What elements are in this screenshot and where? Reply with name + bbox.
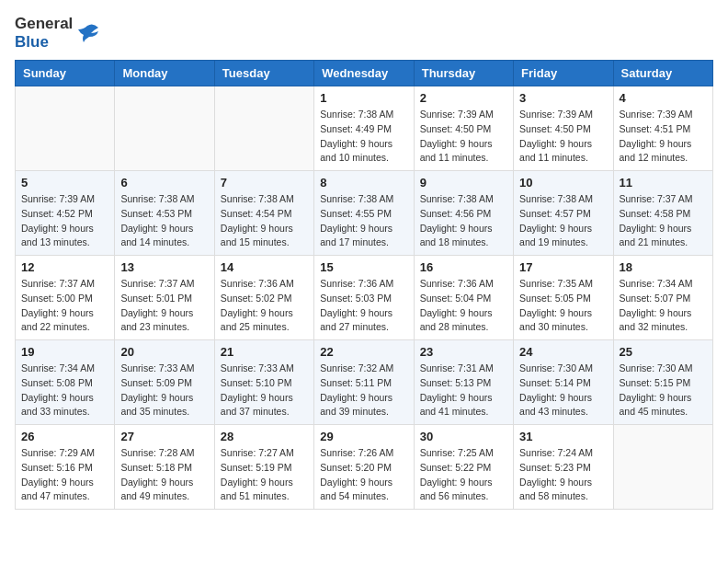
calendar-cell: 5Sunrise: 7:39 AMSunset: 4:52 PMDaylight… xyxy=(16,171,115,256)
calendar-cell xyxy=(613,425,712,510)
calendar-cell: 24Sunrise: 7:30 AMSunset: 5:14 PMDayligh… xyxy=(514,340,613,425)
day-number: 29 xyxy=(320,430,407,443)
day-info: Sunrise: 7:39 AMSunset: 4:50 PMDaylight:… xyxy=(420,108,507,166)
page-header: General Blue xyxy=(15,15,713,51)
day-info: Sunrise: 7:37 AMSunset: 5:00 PMDaylight:… xyxy=(21,277,108,335)
day-info: Sunrise: 7:36 AMSunset: 5:04 PMDaylight:… xyxy=(420,277,507,335)
calendar-cell: 6Sunrise: 7:38 AMSunset: 4:53 PMDaylight… xyxy=(115,171,214,256)
weekday-header-tuesday: Tuesday xyxy=(214,61,313,86)
day-number: 2 xyxy=(420,91,507,105)
day-info: Sunrise: 7:36 AMSunset: 5:02 PMDaylight:… xyxy=(221,277,308,335)
day-number: 5 xyxy=(21,176,108,190)
calendar-cell: 10Sunrise: 7:38 AMSunset: 4:57 PMDayligh… xyxy=(514,171,613,256)
day-number: 26 xyxy=(21,430,108,443)
calendar-cell: 21Sunrise: 7:33 AMSunset: 5:10 PMDayligh… xyxy=(214,340,313,425)
calendar-cell: 4Sunrise: 7:39 AMSunset: 4:51 PMDaylight… xyxy=(613,86,712,171)
day-info: Sunrise: 7:38 AMSunset: 4:55 PMDaylight:… xyxy=(320,192,407,250)
calendar-cell: 20Sunrise: 7:33 AMSunset: 5:09 PMDayligh… xyxy=(115,340,214,425)
calendar-cell: 7Sunrise: 7:38 AMSunset: 4:54 PMDaylight… xyxy=(214,171,313,256)
day-number: 11 xyxy=(620,176,707,190)
day-number: 9 xyxy=(420,176,507,190)
calendar-cell: 8Sunrise: 7:38 AMSunset: 4:55 PMDaylight… xyxy=(314,171,414,256)
calendar-cell: 15Sunrise: 7:36 AMSunset: 5:03 PMDayligh… xyxy=(314,256,414,340)
calendar-cell: 3Sunrise: 7:39 AMSunset: 4:50 PMDaylight… xyxy=(514,86,613,171)
calendar-cell: 11Sunrise: 7:37 AMSunset: 4:58 PMDayligh… xyxy=(613,171,712,256)
calendar-cell: 31Sunrise: 7:24 AMSunset: 5:23 PMDayligh… xyxy=(514,425,613,510)
day-number: 14 xyxy=(221,260,308,274)
day-number: 6 xyxy=(120,176,208,190)
weekday-header-friday: Friday xyxy=(514,61,613,86)
calendar-cell: 30Sunrise: 7:25 AMSunset: 5:22 PMDayligh… xyxy=(414,425,513,510)
calendar-cell: 9Sunrise: 7:38 AMSunset: 4:56 PMDaylight… xyxy=(414,171,513,256)
day-info: Sunrise: 7:28 AMSunset: 5:18 PMDaylight:… xyxy=(120,446,208,504)
day-number: 17 xyxy=(519,260,607,274)
day-info: Sunrise: 7:38 AMSunset: 4:49 PMDaylight:… xyxy=(320,108,407,166)
calendar-cell: 29Sunrise: 7:26 AMSunset: 5:20 PMDayligh… xyxy=(314,425,414,510)
day-number: 1 xyxy=(320,91,407,105)
day-info: Sunrise: 7:37 AMSunset: 5:01 PMDaylight:… xyxy=(120,277,208,335)
calendar-cell: 19Sunrise: 7:34 AMSunset: 5:08 PMDayligh… xyxy=(16,340,115,425)
weekday-header-monday: Monday xyxy=(115,61,214,86)
day-info: Sunrise: 7:31 AMSunset: 5:13 PMDaylight:… xyxy=(420,362,507,419)
day-info: Sunrise: 7:38 AMSunset: 4:57 PMDaylight:… xyxy=(519,192,607,250)
calendar-cell: 2Sunrise: 7:39 AMSunset: 4:50 PMDaylight… xyxy=(414,86,513,171)
day-number: 10 xyxy=(519,176,607,190)
calendar-cell: 23Sunrise: 7:31 AMSunset: 5:13 PMDayligh… xyxy=(414,340,513,425)
day-info: Sunrise: 7:30 AMSunset: 5:15 PMDaylight:… xyxy=(620,362,707,419)
day-info: Sunrise: 7:29 AMSunset: 5:16 PMDaylight:… xyxy=(21,446,108,504)
calendar-week-row-4: 19Sunrise: 7:34 AMSunset: 5:08 PMDayligh… xyxy=(16,340,713,425)
logo-bird-icon xyxy=(74,20,100,46)
day-number: 16 xyxy=(420,260,507,274)
day-info: Sunrise: 7:37 AMSunset: 4:58 PMDaylight:… xyxy=(620,192,707,250)
calendar-cell: 25Sunrise: 7:30 AMSunset: 5:15 PMDayligh… xyxy=(613,340,712,425)
weekday-header-wednesday: Wednesday xyxy=(314,61,414,86)
calendar-cell xyxy=(214,86,313,171)
calendar-cell: 17Sunrise: 7:35 AMSunset: 5:05 PMDayligh… xyxy=(514,256,613,340)
day-number: 4 xyxy=(620,91,707,105)
day-info: Sunrise: 7:34 AMSunset: 5:07 PMDaylight:… xyxy=(620,277,707,335)
day-info: Sunrise: 7:32 AMSunset: 5:11 PMDaylight:… xyxy=(320,362,407,419)
day-info: Sunrise: 7:30 AMSunset: 5:14 PMDaylight:… xyxy=(519,362,607,419)
calendar-week-row-1: 1Sunrise: 7:38 AMSunset: 4:49 PMDaylight… xyxy=(16,86,713,171)
weekday-header-thursday: Thursday xyxy=(414,61,513,86)
calendar-cell: 1Sunrise: 7:38 AMSunset: 4:49 PMDaylight… xyxy=(314,86,414,171)
day-number: 22 xyxy=(320,345,407,359)
day-number: 3 xyxy=(519,91,607,105)
day-number: 19 xyxy=(21,345,108,359)
calendar-cell: 16Sunrise: 7:36 AMSunset: 5:04 PMDayligh… xyxy=(414,256,513,340)
calendar-week-row-2: 5Sunrise: 7:39 AMSunset: 4:52 PMDaylight… xyxy=(16,171,713,256)
calendar-cell: 22Sunrise: 7:32 AMSunset: 5:11 PMDayligh… xyxy=(314,340,414,425)
day-info: Sunrise: 7:39 AMSunset: 4:52 PMDaylight:… xyxy=(21,192,108,250)
day-number: 25 xyxy=(620,345,707,359)
day-info: Sunrise: 7:26 AMSunset: 5:20 PMDaylight:… xyxy=(320,446,407,504)
calendar-cell: 18Sunrise: 7:34 AMSunset: 5:07 PMDayligh… xyxy=(613,256,712,340)
weekday-header-sunday: Sunday xyxy=(16,61,115,86)
day-number: 7 xyxy=(221,176,308,190)
day-number: 21 xyxy=(221,345,308,359)
day-number: 18 xyxy=(620,260,707,274)
day-info: Sunrise: 7:38 AMSunset: 4:56 PMDaylight:… xyxy=(420,192,507,250)
day-info: Sunrise: 7:38 AMSunset: 4:54 PMDaylight:… xyxy=(221,192,308,250)
day-info: Sunrise: 7:39 AMSunset: 4:50 PMDaylight:… xyxy=(519,108,607,166)
day-number: 24 xyxy=(519,345,607,359)
day-info: Sunrise: 7:25 AMSunset: 5:22 PMDaylight:… xyxy=(420,446,507,504)
weekday-header-row: SundayMondayTuesdayWednesdayThursdayFrid… xyxy=(16,61,713,86)
day-number: 30 xyxy=(420,430,507,443)
day-number: 20 xyxy=(120,345,208,359)
day-info: Sunrise: 7:35 AMSunset: 5:05 PMDaylight:… xyxy=(519,277,607,335)
calendar-cell xyxy=(16,86,115,171)
day-number: 12 xyxy=(21,260,108,274)
day-number: 13 xyxy=(120,260,208,274)
calendar-cell: 26Sunrise: 7:29 AMSunset: 5:16 PMDayligh… xyxy=(16,425,115,510)
calendar-cell: 12Sunrise: 7:37 AMSunset: 5:00 PMDayligh… xyxy=(16,256,115,340)
day-number: 8 xyxy=(320,176,407,190)
logo: General Blue xyxy=(15,15,100,51)
calendar-cell: 13Sunrise: 7:37 AMSunset: 5:01 PMDayligh… xyxy=(115,256,214,340)
day-number: 15 xyxy=(320,260,407,274)
day-info: Sunrise: 7:36 AMSunset: 5:03 PMDaylight:… xyxy=(320,277,407,335)
day-info: Sunrise: 7:39 AMSunset: 4:51 PMDaylight:… xyxy=(620,108,707,166)
calendar-cell: 27Sunrise: 7:28 AMSunset: 5:18 PMDayligh… xyxy=(115,425,214,510)
day-number: 31 xyxy=(519,430,607,443)
calendar-table: SundayMondayTuesdayWednesdayThursdayFrid… xyxy=(15,60,713,510)
day-info: Sunrise: 7:24 AMSunset: 5:23 PMDaylight:… xyxy=(519,446,607,504)
